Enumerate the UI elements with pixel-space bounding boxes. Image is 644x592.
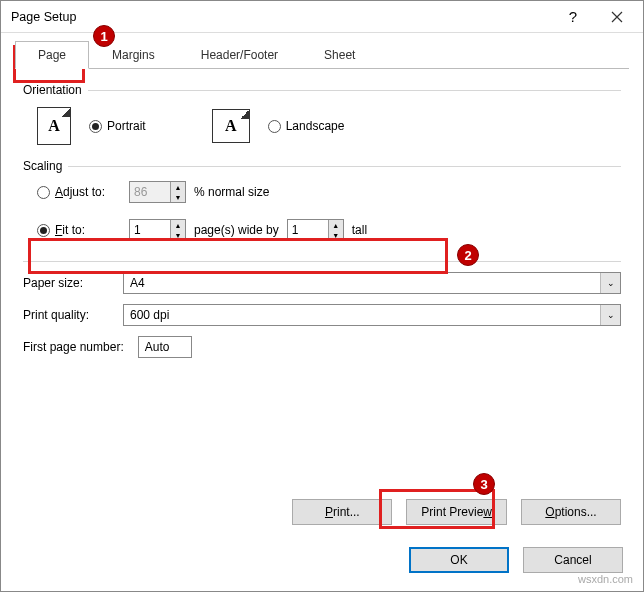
print-preview-button[interactable]: Print Preview	[406, 499, 507, 525]
portrait-radio-label: Portrait	[107, 119, 146, 133]
radio-portrait[interactable]: Portrait	[89, 119, 146, 133]
print-quality-combo[interactable]: 600 dpi ⌄	[123, 304, 621, 326]
dialog-footer: OK Cancel	[1, 547, 643, 591]
spin-down-icon[interactable]: ▼	[329, 230, 343, 240]
adjust-to-spinner[interactable]: ▲▼	[129, 181, 186, 203]
print-quality-row: Print quality: 600 dpi ⌄	[23, 304, 621, 326]
print-button[interactable]: Print...	[292, 499, 392, 525]
landscape-page-icon: A	[212, 109, 250, 143]
adjust-to-label: Adjust to:	[55, 185, 105, 199]
chevron-down-icon[interactable]: ⌄	[600, 305, 620, 325]
options-button-label: Options...	[545, 505, 596, 519]
radio-dot-icon	[89, 120, 102, 133]
orientation-label: Orientation	[23, 83, 82, 97]
radio-dot-icon	[37, 224, 50, 237]
orientation-section-title: Orientation	[23, 83, 621, 97]
close-icon	[611, 11, 623, 23]
callout-1: 1	[93, 25, 115, 47]
fit-tall-input[interactable]	[288, 220, 328, 240]
radio-adjust-to[interactable]: Adjust to:	[37, 185, 121, 199]
radio-empty-icon	[268, 120, 281, 133]
landscape-radio-label: Landscape	[286, 119, 345, 133]
print-quality-label: Print quality:	[23, 308, 113, 322]
print-button-label: Print...	[325, 505, 360, 519]
options-button[interactable]: Options...	[521, 499, 621, 525]
radio-fit-to[interactable]: Fit to:	[37, 223, 121, 237]
adjust-to-input[interactable]	[130, 182, 170, 202]
spin-up-icon[interactable]: ▲	[171, 182, 185, 192]
window-title: Page Setup	[11, 10, 551, 24]
fit-tall-spinner[interactable]: ▲▼	[287, 219, 344, 241]
help-button[interactable]: ?	[551, 2, 595, 32]
adjust-suffix-label: % normal size	[194, 185, 269, 199]
spin-up-icon[interactable]: ▲	[171, 220, 185, 230]
cancel-button[interactable]: Cancel	[523, 547, 623, 573]
fit-wide-input[interactable]	[130, 220, 170, 240]
orientation-group: A Portrait A Landscape	[23, 101, 621, 159]
fit-wide-spinner[interactable]: ▲▼	[129, 219, 186, 241]
close-button[interactable]	[595, 2, 639, 32]
watermark: wsxdn.com	[578, 573, 633, 585]
paper-size-value: A4	[124, 276, 600, 290]
portrait-page-icon: A	[37, 107, 71, 145]
fit-tall-suffix-label: tall	[352, 223, 367, 237]
chevron-down-icon[interactable]: ⌄	[600, 273, 620, 293]
paper-size-label: Paper size:	[23, 276, 113, 290]
paper-size-combo[interactable]: A4 ⌄	[123, 272, 621, 294]
radio-empty-icon	[37, 186, 50, 199]
page-setup-dialog: Page Setup ? Page Margins Header/Footer …	[0, 0, 644, 592]
tab-header-footer[interactable]: Header/Footer	[178, 41, 301, 69]
radio-landscape[interactable]: Landscape	[268, 119, 345, 133]
first-page-label: First page number:	[23, 340, 124, 354]
spin-down-icon[interactable]: ▼	[171, 192, 185, 202]
tab-sheet[interactable]: Sheet	[301, 41, 378, 69]
fit-mid-label: page(s) wide by	[194, 223, 279, 237]
tab-page[interactable]: Page	[15, 41, 89, 69]
paper-size-row: Paper size: A4 ⌄	[23, 272, 621, 294]
scaling-label: Scaling	[23, 159, 62, 173]
dialog-body: Orientation A Portrait A Landscape Scali…	[1, 69, 643, 382]
print-preview-button-label: Print Preview	[421, 505, 492, 519]
fit-to-row: Fit to: ▲▼ page(s) wide by ▲▼ tall	[23, 215, 621, 245]
first-page-input[interactable]: Auto	[138, 336, 192, 358]
fit-to-label: Fit to:	[55, 223, 85, 237]
adjust-to-row: Adjust to: ▲▼ % normal size	[23, 177, 621, 207]
print-quality-value: 600 dpi	[124, 308, 600, 322]
first-page-value: Auto	[145, 340, 170, 354]
first-page-row: First page number: Auto	[23, 336, 621, 358]
spin-up-icon[interactable]: ▲	[329, 220, 343, 230]
callout-2: 2	[457, 244, 479, 266]
ok-button[interactable]: OK	[409, 547, 509, 573]
scaling-section-title: Scaling	[23, 159, 621, 173]
callout-3: 3	[473, 473, 495, 495]
spin-down-icon[interactable]: ▼	[171, 230, 185, 240]
